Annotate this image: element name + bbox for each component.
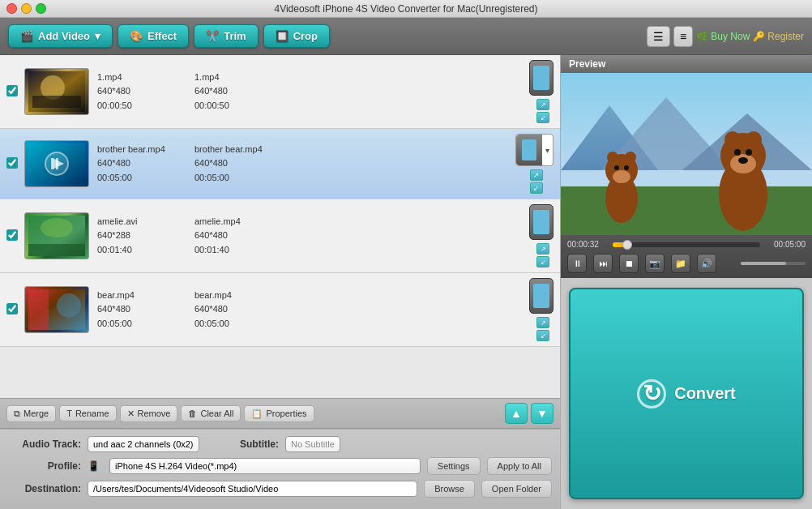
- svg-rect-12: [28, 289, 49, 330]
- row4-expand-icon[interactable]: ↗: [536, 317, 549, 328]
- crop-button[interactable]: 🔲 Crop: [263, 24, 330, 48]
- remove-label: Remove: [138, 408, 171, 418]
- row4-actions: ↗ ↙: [529, 278, 553, 341]
- row4-thumbnail: [24, 286, 89, 333]
- register-button[interactable]: 🔑 Register: [753, 31, 804, 42]
- stop-button[interactable]: ⏹: [619, 254, 639, 273]
- clear-all-button[interactable]: 🗑 Clear All: [181, 405, 241, 421]
- profile-select[interactable]: iPhone 4S H.264 Video(*.mp4): [109, 458, 421, 474]
- svg-point-25: [746, 149, 752, 156]
- row3-collapse-icon[interactable]: ↙: [536, 256, 549, 267]
- row1-checkbox[interactable]: [6, 85, 18, 96]
- row4-info: bear.mp4 640*480 00:05:00 bear.mp4 640*4…: [97, 289, 523, 330]
- row2-device-select[interactable]: ▾: [515, 134, 553, 166]
- row1-checkbox-area[interactable]: [6, 85, 18, 99]
- convert-refresh-icon: ↻: [637, 379, 666, 408]
- row4-collapse-icon[interactable]: ↙: [536, 330, 549, 341]
- row2-output: brother bear.mp4 640*480 00:05:00: [194, 143, 276, 184]
- row3-info: amelie.avi 640*288 00:01:40 amelie.mp4 6…: [97, 216, 523, 256]
- table-row: amelie.avi 640*288 00:01:40 amelie.mp4 6…: [0, 199, 560, 273]
- row1-collapse-icon[interactable]: ↙: [536, 112, 549, 123]
- convert-label: Convert: [674, 384, 736, 403]
- svg-point-29: [607, 152, 618, 163]
- add-video-button[interactable]: 🎬 Add Video ▾: [8, 24, 113, 48]
- volume-slider[interactable]: [741, 262, 806, 265]
- trim-button[interactable]: ✂️ Trim: [194, 24, 258, 48]
- clear-all-label: Clear All: [200, 408, 233, 418]
- row2-out-size: 640*480: [194, 157, 276, 169]
- row2-dropdown-arrow[interactable]: ▾: [542, 146, 553, 155]
- subtitle-select[interactable]: No Subtitle: [285, 436, 340, 452]
- minimize-button[interactable]: [21, 3, 32, 14]
- effect-button[interactable]: 🎨 Effect: [118, 24, 189, 48]
- row3-thumbnail: [24, 212, 89, 259]
- row4-out-name: bear.mp4: [194, 289, 276, 302]
- convert-button[interactable]: ↻ Convert: [569, 288, 804, 499]
- toolbar-right: ☰ ≡ 🌿 Buy Now 🔑 Register: [647, 26, 804, 47]
- clear-all-icon: 🗑: [188, 408, 197, 418]
- list-view-button[interactable]: ☰: [647, 26, 670, 47]
- svg-rect-10: [28, 244, 85, 256]
- open-folder-button[interactable]: Open Folder: [481, 480, 552, 498]
- row3-checkbox[interactable]: [6, 229, 18, 241]
- row2-source: brother bear.mp4 640*480 00:05:00: [97, 143, 178, 184]
- destination-input[interactable]: [88, 481, 417, 497]
- progress-bar-row: 00:00:32 00:05:00: [567, 240, 806, 249]
- row2-name: brother bear.mp4: [97, 143, 178, 156]
- row2-checkbox-area[interactable]: [6, 157, 18, 171]
- toolbar: 🎬 Add Video ▾ 🎨 Effect ✂️ Trim 🔲 Crop ☰ …: [0, 18, 812, 55]
- remove-button[interactable]: ✕ Remove: [120, 405, 178, 422]
- settings-button[interactable]: Settings: [427, 457, 481, 475]
- crop-icon: 🔲: [276, 30, 288, 42]
- properties-button[interactable]: 📋 Properties: [244, 405, 314, 422]
- progress-thumb[interactable]: [622, 240, 632, 250]
- title-bar: 4Videosoft iPhone 4S Video Converter for…: [0, 0, 812, 18]
- svg-point-31: [613, 170, 630, 183]
- move-up-button[interactable]: ▲: [505, 403, 528, 424]
- audio-track-select[interactable]: und aac 2 channels (0x2): [88, 436, 199, 452]
- row3-source: amelie.avi 640*288 00:01:40: [97, 216, 178, 256]
- progress-bar[interactable]: [613, 242, 760, 247]
- maximize-button[interactable]: [36, 3, 46, 14]
- volume-button[interactable]: 🔊: [697, 254, 716, 273]
- svg-point-21: [724, 131, 741, 148]
- row4-checkbox-area[interactable]: [6, 303, 18, 317]
- properties-icon: 📋: [251, 408, 263, 419]
- buy-now-label: Buy Now: [711, 31, 750, 42]
- row1-expand-icon[interactable]: ↗: [536, 99, 549, 110]
- svg-point-26: [738, 157, 748, 164]
- merge-label: Merge: [24, 408, 49, 418]
- row1-thumbnail: [24, 68, 89, 115]
- rename-button[interactable]: T Rename: [59, 405, 116, 421]
- remove-icon: ✕: [127, 408, 135, 419]
- total-time: 00:05:00: [765, 240, 806, 249]
- current-time: 00:00:32: [567, 240, 608, 249]
- row2-out-name: brother bear.mp4: [194, 143, 276, 156]
- merge-button[interactable]: ⧉ Merge: [6, 405, 56, 422]
- rename-icon: T: [66, 408, 72, 418]
- row2-checkbox[interactable]: [6, 157, 18, 169]
- close-button[interactable]: [6, 3, 17, 14]
- row2-info: brother bear.mp4 640*480 00:05:00 brothe…: [97, 143, 509, 184]
- screenshot-button[interactable]: 📷: [645, 254, 665, 273]
- move-down-button[interactable]: ▼: [531, 403, 553, 424]
- pause-button[interactable]: ⏸: [567, 254, 587, 273]
- buy-now-button[interactable]: 🌿 Buy Now: [696, 31, 750, 42]
- row4-checkbox[interactable]: [6, 303, 18, 314]
- window-controls[interactable]: [6, 3, 46, 14]
- apply-to-all-button[interactable]: Apply to All: [487, 457, 552, 475]
- playback-controls: ⏸ ⏭ ⏹ 📷 📁 🔊: [567, 254, 806, 273]
- browse-button[interactable]: Browse: [424, 480, 475, 498]
- folder-button[interactable]: 📁: [671, 254, 690, 273]
- row2-expand-icon[interactable]: ↗: [530, 169, 543, 181]
- row3-expand-icon[interactable]: ↗: [536, 243, 549, 254]
- grid-view-button[interactable]: ≡: [673, 26, 693, 47]
- row2-out-duration: 00:05:00: [194, 172, 276, 184]
- left-panel: 1.mp4 640*480 00:00:50 1.mp4 640*480 00:…: [0, 55, 561, 509]
- row3-checkbox-area[interactable]: [6, 229, 18, 243]
- preview-header: Preview: [561, 55, 812, 73]
- step-forward-button[interactable]: ⏭: [593, 254, 613, 273]
- row3-actions: ↗ ↙: [529, 204, 553, 267]
- preview-svg: [561, 73, 812, 235]
- row2-collapse-icon[interactable]: ↙: [530, 182, 543, 194]
